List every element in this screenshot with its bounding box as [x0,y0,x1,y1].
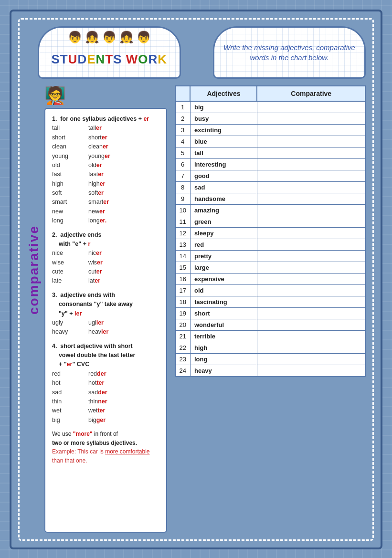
adjective-cell: terrible [190,331,257,342]
child-figure-2: 👧 [85,31,99,44]
row-number: 6 [175,159,190,170]
adjective-cell: sleepy [190,228,257,239]
comparative-cell[interactable] [257,296,365,308]
pair-sad: sadsadder [52,388,159,397]
right-banner-wrapper: Write the missing adjectives, comparativ… [200,26,366,79]
row-number: 18 [175,296,190,308]
table-row: 12sleepy [175,228,365,239]
adjective-cell: excinting [190,125,257,136]
adjective-cell: high [190,342,257,354]
comparative-cell[interactable] [257,193,365,205]
rules-box: 1. for one syllabus adjectives + er tall… [44,108,167,533]
child-figure-4: 👧 [119,31,134,44]
pair-hot: hothotter [52,379,159,388]
pair-soft: softsofter [52,189,159,198]
comparative-vertical-label: comparative [26,133,42,315]
rule-3: 3. adjective ends with consonants "y" ta… [52,291,159,337]
table-row: 10amazing [175,205,365,216]
table-row: 7good [175,170,365,182]
table-row: 5tall [175,147,365,159]
pair-late: latelater [52,276,159,285]
comparative-cell[interactable] [257,331,365,342]
table-row: 11green [175,216,365,228]
table-row: 13red [175,239,365,251]
comparative-cell[interactable] [257,228,365,239]
table-row: 9handsome [175,193,365,205]
comparative-cell[interactable] [257,159,365,170]
table-row: 18fascinating [175,296,365,308]
comparative-cell[interactable] [257,365,365,377]
table-row: 21terrible [175,331,365,342]
adjective-cell: good [190,170,257,182]
row-number: 19 [175,308,190,319]
comparative-cell[interactable] [257,354,365,365]
adjective-cell: busy [190,113,257,125]
adjective-cell: amazing [190,205,257,216]
pair-new: newnewer [52,207,159,216]
comparative-cell[interactable] [257,147,365,159]
adjective-cell: green [190,216,257,228]
row-number: 8 [175,182,190,193]
comparative-cell[interactable] [257,285,365,296]
table-header-row: Adjectives Comparative [175,86,365,101]
comparative-cell[interactable] [257,205,365,216]
pair-wet: wetwetter [52,406,159,415]
row-number: 23 [175,354,190,365]
rules-column: 🧑‍🏫 comparative 1. for one syllabus adje… [26,85,167,533]
child-figure-5: 👦 [137,31,151,44]
row-number: 22 [175,342,190,354]
comparative-cell[interactable] [257,182,365,193]
rule-2-title: 2. adjective ends with "e" + r [52,231,159,249]
right-banner: Write the missing adjectives, comparativ… [213,26,366,79]
comparative-cell[interactable] [257,319,365,331]
adjective-cell: tall [190,147,257,159]
comparative-cell[interactable] [257,125,365,136]
pair-red: redredder [52,369,159,379]
comparative-cell[interactable] [257,262,365,274]
comparative-cell[interactable] [257,216,365,228]
comparative-cell[interactable] [257,251,365,262]
row-number: 3 [175,125,190,136]
row-number: 24 [175,365,190,377]
comparative-cell[interactable] [257,101,365,113]
table-row: 23long [175,354,365,365]
pair-tall: talltaller [52,124,159,133]
comparative-cell[interactable] [257,113,365,125]
pair-short: shortshorter [52,133,159,142]
table-row: 2busy [175,113,365,125]
col-adj-header: Adjectives [190,86,257,101]
col-num-header [175,86,190,101]
adjective-cell: old [190,285,257,296]
row-number: 20 [175,319,190,331]
pair-nice: nicenicer [52,249,159,258]
col-comp-header: Comparative [257,86,365,101]
rule-4: 4. short adjective with short vowel doub… [52,342,159,425]
table-row: 6interesting [175,159,365,170]
students-work-banner: 👦 👧 👦 👧 👦 STUDENTS WORK [38,26,181,79]
rule-1-title: 1. for one syllabus adjectives + er [52,115,159,124]
more-keyword: "more" [73,431,93,437]
adjective-cell: fascinating [190,296,257,308]
row-number: 10 [175,205,190,216]
comparative-cell[interactable] [257,308,365,319]
main-content: 🧑‍🏫 comparative 1. for one syllabus adje… [26,85,366,533]
adjective-cell: sad [190,182,257,193]
comparative-cell[interactable] [257,342,365,354]
table-row: 4blue [175,136,365,147]
cartoon-figure: 🧑‍🏫 [44,85,66,105]
comparative-cell[interactable] [257,239,365,251]
pair-old: oldolder [52,161,159,170]
adjective-cell: expensive [190,274,257,285]
table-row: 24heavy [175,365,365,377]
adjective-cell: pretty [190,251,257,262]
comparative-cell[interactable] [257,136,365,147]
child-figure-1: 👦 [68,31,82,44]
adjective-cell: big [190,101,257,113]
footer-example-prefix: Example: This car is [52,448,105,455]
row-number: 4 [175,136,190,147]
footer-example-suffix: than that one. [52,457,87,464]
comparative-cell[interactable] [257,274,365,285]
adjective-cell: red [190,239,257,251]
instruction-text: Write the missing adjectives, comparativ… [221,42,358,63]
comparative-cell[interactable] [257,170,365,182]
